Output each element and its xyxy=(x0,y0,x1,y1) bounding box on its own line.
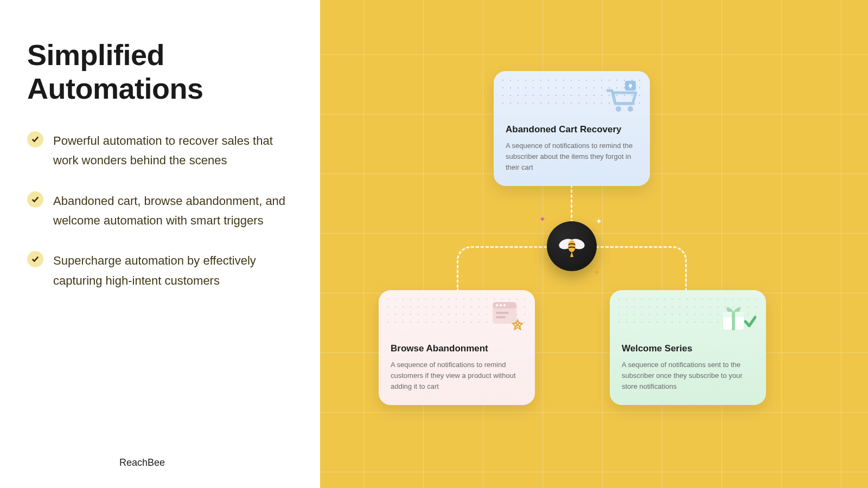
sparkle-icon: ✦ xyxy=(593,268,600,277)
svg-point-8 xyxy=(500,304,502,306)
bee-hub-icon: ✦ ✦ ✦ xyxy=(547,221,597,271)
card-desc: A sequence of notifications sent to the … xyxy=(622,359,754,392)
svg-point-20 xyxy=(568,240,576,252)
brand-label: ReachBee xyxy=(119,457,165,468)
bullet-item: Powerful automation to recover sales tha… xyxy=(27,131,293,171)
gift-icon xyxy=(718,300,756,337)
bullet-item: Abandoned cart, browse abandonment, and … xyxy=(27,191,293,231)
bullet-item: Supercharge automation by effectively ca… xyxy=(27,251,293,291)
bullet-text: Supercharge automation by effectively ca… xyxy=(53,251,293,291)
sparkle-icon: ✦ xyxy=(596,217,602,226)
left-panel: Simplified Automations Powerful automati… xyxy=(0,0,320,488)
bullet-text: Abandoned cart, browse abandonment, and … xyxy=(53,191,293,231)
svg-point-7 xyxy=(496,304,498,306)
slide: Simplified Automations Powerful automati… xyxy=(0,0,868,488)
card-browse-abandonment: Browse Abandonment A sequence of notific… xyxy=(379,290,535,405)
svg-point-3 xyxy=(616,106,621,112)
svg-point-9 xyxy=(503,304,506,306)
svg-rect-11 xyxy=(496,316,506,318)
bullet-text: Powerful automation to recover sales tha… xyxy=(53,131,293,171)
card-abandoned-cart: Abandoned Cart Recovery A sequence of no… xyxy=(494,71,650,186)
sparkle-icon: ✦ xyxy=(539,215,546,223)
svg-rect-17 xyxy=(732,312,735,330)
check-icon xyxy=(27,131,43,147)
right-panel: Abandoned Cart Recovery A sequence of no… xyxy=(320,0,868,488)
card-title: Browse Abandonment xyxy=(391,343,523,354)
check-icon xyxy=(27,251,43,267)
card-desc: A sequence of notifications to remind th… xyxy=(506,140,638,173)
svg-rect-2 xyxy=(630,87,631,88)
browser-icon xyxy=(489,300,525,335)
card-title: Abandoned Cart Recovery xyxy=(506,124,638,135)
bullet-list: Powerful automation to recover sales tha… xyxy=(27,131,293,291)
card-desc: A sequence of notifications to remind cu… xyxy=(391,359,523,392)
connector-line xyxy=(596,246,687,290)
svg-rect-10 xyxy=(496,312,509,314)
card-title: Welcome Series xyxy=(622,343,754,354)
card-welcome-series: Welcome Series A sequence of notificatio… xyxy=(610,290,766,405)
check-icon xyxy=(27,191,43,208)
connector-line xyxy=(457,246,548,290)
cart-icon xyxy=(604,81,640,115)
svg-point-4 xyxy=(628,106,633,112)
page-title: Simplified Automations xyxy=(27,38,293,105)
bee-icon xyxy=(557,233,587,259)
